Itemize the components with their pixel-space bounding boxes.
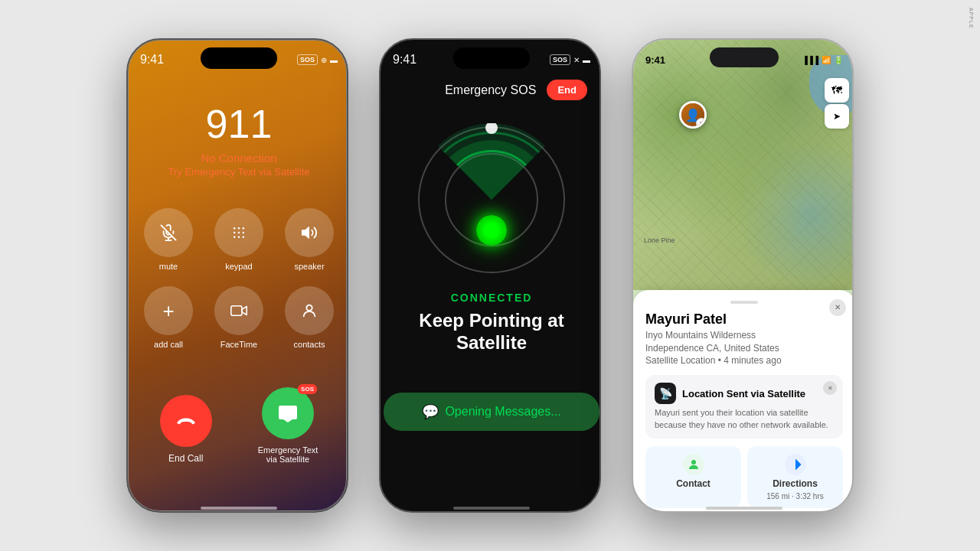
- speaker-button[interactable]: speaker: [282, 208, 337, 271]
- radar-dot: [476, 215, 507, 246]
- notif-header: 📡 Location Sent via Satellite: [655, 383, 834, 404]
- mute-label: mute: [159, 262, 178, 271]
- directions-button[interactable]: Directions 156 mi · 3:32 hrs: [747, 446, 843, 508]
- facetime-circle: [214, 286, 263, 335]
- svg-point-1: [234, 227, 236, 230]
- status-icons-1: SOS ⊕ ▬: [297, 54, 338, 65]
- mute-button[interactable]: mute: [141, 208, 196, 271]
- svg-point-12: [306, 305, 312, 311]
- end-call-label: End Call: [168, 453, 203, 464]
- panel-close-button[interactable]: ✕: [829, 299, 846, 316]
- svg-point-4: [234, 232, 236, 234]
- phone-3: 9:41 ▐▐▐ 📶 🔋 Lone Pine 👤 ✕: [632, 38, 854, 513]
- svg-point-3: [243, 227, 245, 230]
- action-buttons: Contact Directions 156 mi · 3:32 hrs: [645, 446, 843, 508]
- signal-icon-2: ✕: [573, 56, 580, 64]
- location-button[interactable]: ➤: [825, 104, 849, 129]
- keypad-button[interactable]: keypad: [211, 208, 266, 271]
- wifi-icon: 📶: [822, 56, 831, 64]
- directions-icon: [785, 454, 806, 475]
- status-icons-3: ▐▐▐ 📶 🔋: [802, 56, 843, 64]
- no-connection-text: No Connection: [201, 152, 276, 165]
- keypad-circle: [214, 208, 263, 257]
- notification-close[interactable]: ✕: [823, 381, 837, 395]
- keypad-label: keypad: [225, 262, 252, 271]
- svg-point-6: [243, 232, 245, 234]
- opening-messages-button[interactable]: 💬 Opening Messages...: [384, 393, 599, 431]
- emergency-text-button[interactable]: SOS Emergency Textvia Satellite: [258, 387, 318, 464]
- contacts-button[interactable]: contacts: [282, 286, 337, 349]
- call-actions: End Call SOS Emergency Textvia Satellite: [160, 387, 318, 464]
- satellite-screen: Emergency SOS End: [381, 40, 601, 513]
- satellite-radar: [415, 123, 568, 276]
- sos-end-button[interactable]: End: [547, 80, 587, 100]
- signal-bars-icon: ▐▐▐: [802, 56, 818, 64]
- svg-point-5: [238, 232, 240, 234]
- add-call-button[interactable]: + add call: [141, 286, 196, 349]
- end-call-button[interactable]: End Call: [160, 395, 212, 464]
- signal-icon: ⊕: [321, 56, 327, 64]
- map-area[interactable]: Lone Pine 👤 ✕ 🗺 ➤: [633, 40, 854, 290]
- status-time-2: 9:41: [393, 53, 416, 67]
- emergency-text-label: Emergency Textvia Satellite: [258, 445, 318, 464]
- notif-body: Mayuri sent you their location via satel…: [655, 407, 834, 431]
- end-call-icon: [160, 395, 212, 447]
- contacts-label: contacts: [294, 340, 325, 349]
- call-buttons-grid: mute keypad speaker: [141, 208, 337, 349]
- status-icons-2: SOS ✕ ▬: [550, 54, 590, 65]
- apple-watermark: APPLE: [969, 8, 974, 29]
- dynamic-island-3: [710, 47, 779, 67]
- contact-label: Contact: [676, 478, 710, 489]
- phone-1: 9:41 SOS ⊕ ▬ 911 No Connection Try Emerg…: [126, 38, 348, 513]
- add-call-label: add call: [154, 340, 183, 349]
- directions-label: Directions: [773, 478, 818, 489]
- speaker-circle: [285, 208, 334, 257]
- status-time-1: 9:41: [140, 53, 164, 67]
- speaker-label: speaker: [294, 262, 324, 271]
- emergency-text-icon: SOS: [262, 387, 314, 439]
- status-time-3: 9:41: [645, 54, 665, 66]
- facetime-label: FaceTime: [220, 340, 258, 349]
- opening-messages-label: Opening Messages...: [445, 405, 560, 419]
- mute-circle: [144, 208, 193, 257]
- map-view-toggle[interactable]: 🗺: [825, 78, 849, 103]
- phone-2: 9:41 SOS ✕ ▬ Emergency SOS End: [379, 38, 601, 513]
- dynamic-island-1: [201, 47, 277, 69]
- svg-point-2: [238, 227, 240, 230]
- home-indicator-1: [201, 507, 277, 510]
- sos-icon-2: SOS: [550, 54, 570, 65]
- connected-label: CONNECTED: [451, 292, 533, 304]
- notif-title: Location Sent via Satellite: [682, 388, 805, 399]
- svg-marker-10: [302, 228, 309, 238]
- person-name: Mayuri Patel: [645, 311, 843, 328]
- contacts-circle: [285, 286, 334, 335]
- notification-card: ✕ 📡 Location Sent via Satellite Mayuri s…: [645, 375, 843, 439]
- user-avatar-pin[interactable]: 👤 ✕: [679, 101, 707, 129]
- contact-icon: [683, 454, 704, 475]
- phones-container: 9:41 SOS ⊕ ▬ 911 No Connection Try Emerg…: [111, 23, 869, 528]
- dynamic-island-2: [453, 47, 530, 69]
- satellite-text: Try Emergency Text via Satellite: [168, 166, 310, 178]
- satellite-notif-icon: 📡: [655, 383, 676, 404]
- sos-badge: SOS: [298, 384, 317, 394]
- lone-pine-label: Lone Pine: [644, 236, 675, 244]
- svg-point-7: [234, 236, 236, 239]
- call-screen: 911 No Connection Try Emergency Text via…: [128, 40, 348, 513]
- home-indicator-3: [706, 507, 782, 510]
- sos-title: Emergency SOS: [434, 83, 547, 97]
- sos-icon: SOS: [297, 54, 318, 65]
- battery-icon: ▬: [330, 56, 338, 64]
- facetime-button[interactable]: FaceTime: [211, 286, 266, 349]
- message-bubble-icon: 💬: [422, 403, 439, 420]
- keep-pointing-text: Keep Pointing atSatellite: [419, 310, 564, 354]
- maps-screen: Lone Pine 👤 ✕ 🗺 ➤ Mayuri Patel: [633, 40, 854, 513]
- svg-rect-11: [231, 306, 242, 316]
- battery-icon-3: 🔋: [834, 56, 843, 64]
- contact-button[interactable]: Contact: [645, 446, 741, 508]
- svg-point-16: [691, 460, 696, 465]
- drag-handle: [730, 301, 758, 304]
- directions-sublabel: 156 mi · 3:32 hrs: [766, 492, 823, 500]
- map-info-panel: Mayuri Patel Inyo Mountains Wilderness I…: [633, 290, 854, 513]
- svg-point-9: [243, 236, 245, 239]
- person-location: Inyo Mountains Wilderness Independence C…: [645, 329, 843, 367]
